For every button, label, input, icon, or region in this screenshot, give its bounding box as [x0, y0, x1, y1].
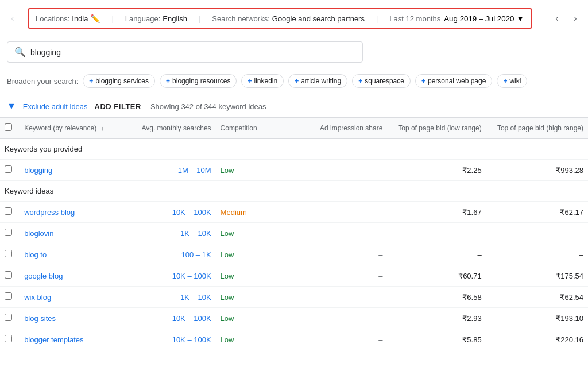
keyword-link[interactable]: blog to	[24, 250, 47, 259]
keyword-link[interactable]: wix blog	[24, 293, 51, 302]
keyword-cell: wix blog	[20, 287, 130, 308]
competition-value: Low	[220, 250, 234, 259]
avg-searches-cell: 1M – 10M	[130, 160, 215, 181]
nav-prev-button[interactable]: ‹	[549, 10, 565, 26]
avg-monthly-column-header[interactable]: Avg. monthly searches	[130, 118, 215, 139]
network-setting: Search networks: Google and search partn…	[212, 14, 365, 23]
avg-searches-cell: 10K – 100K	[130, 202, 215, 223]
broaden-tag[interactable]: + wiki	[497, 74, 527, 88]
avg-searches-cell: 1K – 10K	[130, 223, 215, 244]
table-row: blog sites 10K – 100K Low – ₹2.93 ₹193.1…	[0, 308, 588, 329]
date-dropdown-button[interactable]: Aug 2019 – Jul 2020 ▼	[444, 14, 524, 23]
row-checkbox[interactable]	[5, 292, 12, 300]
bid-high-cell: ₹175.54	[486, 265, 588, 287]
keyword-link[interactable]: blogger templates	[24, 335, 83, 344]
tag-label: blogging resources	[172, 77, 230, 85]
keyword-link[interactable]: google blog	[24, 272, 63, 280]
settings-bar: Locations: India ✏️ | Language: English …	[28, 8, 532, 29]
avg-searches-cell: 10K – 100K	[130, 265, 215, 287]
row-checkbox-cell[interactable]	[0, 287, 20, 308]
row-checkbox-cell[interactable]	[0, 244, 20, 265]
ad-impression-cell: –	[289, 308, 388, 329]
ad-impression-header-label: Ad impression share	[320, 124, 382, 132]
tag-label: personal web page	[428, 77, 486, 85]
competition-value: Low	[220, 335, 234, 344]
row-checkbox-cell[interactable]	[0, 265, 20, 287]
row-checkbox-cell[interactable]	[0, 223, 20, 244]
keyword-cell: blogger templates	[20, 329, 130, 350]
keyword-column-header[interactable]: Keyword (by relevance) ↓	[20, 118, 130, 139]
plus-icon: +	[89, 77, 93, 85]
location-setting: Locations: India ✏️	[36, 14, 100, 23]
keyword-cell: blog sites	[20, 308, 130, 329]
broaden-tag[interactable]: + blogging services	[83, 74, 155, 88]
avg-searches-cell: 1K – 10K	[130, 287, 215, 308]
competition-cell: Low	[216, 265, 289, 287]
competition-value: Low	[220, 293, 234, 302]
row-checkbox[interactable]	[5, 314, 12, 321]
keyword-sort-icon: ↓	[101, 125, 105, 132]
broaden-tag[interactable]: + personal web page	[415, 74, 492, 88]
bid-low-cell: ₹60.71	[387, 265, 486, 287]
broaden-tag[interactable]: + article writing	[288, 74, 347, 88]
row-checkbox[interactable]	[5, 165, 12, 173]
keyword-link[interactable]: bloglovin	[24, 229, 53, 238]
keyword-cell: blog to	[20, 244, 130, 265]
keyword-cell: google blog	[20, 265, 130, 287]
competition-cell: Low	[216, 308, 289, 329]
ad-impression-cell: –	[289, 265, 388, 287]
location-edit-icon[interactable]: ✏️	[90, 14, 100, 23]
row-checkbox[interactable]	[5, 335, 12, 342]
section1-label: Keywords you provided	[0, 139, 588, 160]
row-checkbox-cell[interactable]	[0, 329, 20, 350]
competition-value: Medium	[220, 208, 247, 217]
competition-cell: Low	[216, 223, 289, 244]
ad-impression-column-header[interactable]: Ad impression share	[289, 118, 388, 139]
tag-label: linkedin	[254, 77, 277, 85]
select-all-header[interactable]	[0, 118, 20, 139]
exclude-adult-link[interactable]: Exclude adult ideas	[23, 102, 88, 111]
keyword-link[interactable]: blog sites	[24, 314, 56, 323]
bid-low-cell: ₹6.58	[387, 287, 486, 308]
row-checkbox[interactable]	[5, 207, 12, 215]
row-checkbox[interactable]	[5, 229, 12, 236]
select-all-checkbox[interactable]	[5, 123, 12, 131]
tag-label: squarespace	[365, 77, 404, 85]
avg-searches-cell: 100 – 1K	[130, 244, 215, 265]
plus-icon: +	[247, 77, 252, 85]
period-value: Aug 2019 – Jul 2020	[444, 14, 514, 23]
bid-low-column-header[interactable]: Top of page bid (low range)	[387, 118, 486, 139]
row-checkbox-cell[interactable]	[0, 160, 20, 181]
competition-column-header[interactable]: Competition	[216, 118, 289, 139]
plus-icon: +	[503, 77, 507, 85]
broaden-tag[interactable]: + linkedin	[241, 74, 284, 88]
language-label: Language:	[125, 14, 160, 23]
date-range-setting: Last 12 months Aug 2019 – Jul 2020 ▼	[389, 14, 524, 23]
row-checkbox[interactable]	[5, 271, 12, 279]
keyword-link[interactable]: blogging	[24, 166, 52, 175]
table-row: blogging 1M – 10M Low – ₹2.25 ₹993.28	[0, 160, 588, 181]
section-header-ideas: Keyword ideas	[0, 181, 588, 202]
bid-low-cell: –	[387, 244, 486, 265]
ad-impression-cell: –	[289, 329, 388, 350]
nav-next-button[interactable]: ›	[567, 10, 583, 26]
location-label: Locations:	[36, 14, 69, 23]
add-filter-button[interactable]: ADD FILTER	[95, 102, 141, 111]
bid-low-cell: ₹5.85	[387, 329, 486, 350]
table-row: blog to 100 – 1K Low – – –	[0, 244, 588, 265]
filter-row: ▼ Exclude adult ideas ADD FILTER Showing…	[0, 95, 588, 118]
row-checkbox[interactable]	[5, 250, 12, 257]
keyword-link[interactable]: wordpress blog	[24, 208, 75, 217]
broaden-tag[interactable]: + squarespace	[352, 74, 411, 88]
nav-back-button[interactable]: ‹	[5, 10, 21, 26]
row-checkbox-cell[interactable]	[0, 202, 20, 223]
row-checkbox-cell[interactable]	[0, 308, 20, 329]
bid-high-column-header[interactable]: Top of page bid (high range)	[486, 118, 588, 139]
bid-high-cell: ₹993.28	[486, 160, 588, 181]
broaden-tag[interactable]: + blogging resources	[160, 74, 237, 88]
location-value: India	[72, 14, 88, 23]
keywords-table: Keyword (by relevance) ↓ Avg. monthly se…	[0, 118, 588, 350]
table-row: google blog 10K – 100K Low – ₹60.71 ₹175…	[0, 265, 588, 287]
keyword-cell: bloglovin	[20, 223, 130, 244]
bid-high-header-label: Top of page bid (high range)	[497, 124, 583, 132]
